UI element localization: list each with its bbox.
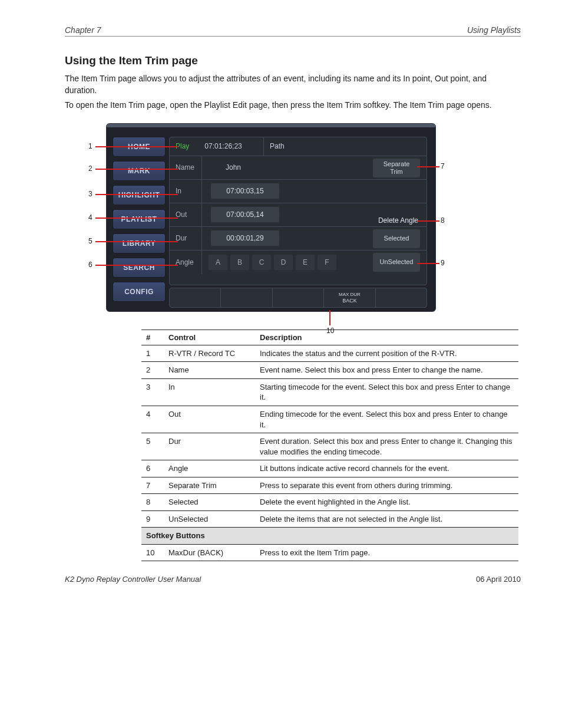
delete-angle-label: Delete Angle <box>378 216 418 225</box>
table-row: 7Separate TrimPress to separate this eve… <box>141 477 518 494</box>
cell-num: 5 <box>141 433 164 460</box>
callout-7: 7 <box>441 162 445 170</box>
cell-control: Name <box>164 362 255 379</box>
cell-num: 3 <box>141 378 164 406</box>
callout-10: 10 <box>326 327 334 335</box>
callout-9: 9 <box>441 259 445 267</box>
angle-a-button[interactable]: A <box>208 254 228 271</box>
in-row: In 07:00:03,15 <box>170 180 427 203</box>
cell-num: 9 <box>141 510 164 528</box>
cell-control: In <box>164 378 255 406</box>
table-row: 9UnSelectedDelete the items that are not… <box>141 510 518 528</box>
softkey-bar: MAX DUR BACK <box>169 288 427 308</box>
sidebar-highlight-button[interactable]: HIGHLIGHT <box>113 185 166 205</box>
name-label: Name <box>170 156 202 179</box>
softkey-back-text: BACK <box>342 298 357 304</box>
cell-num: 10 <box>141 544 164 561</box>
selected-button[interactable]: Selected <box>372 229 421 249</box>
cell-control: MaxDur (BACK) <box>164 544 255 561</box>
content-panel: Play 07:01:26;23 Path Name John Separate… <box>169 137 427 285</box>
cell-control: Dur <box>164 433 255 460</box>
table-row: 4OutEnding timecode for the event. Selec… <box>141 406 518 433</box>
cell-desc: Press to exit the Item Trim page. <box>255 544 518 561</box>
angle-f-button[interactable]: F <box>317 254 337 271</box>
cell-desc: Starting timecode for the event. Select … <box>255 378 518 406</box>
intro-paragraph-1: The Item Trim page allows you to adjust … <box>65 73 521 96</box>
section-title: Using the Item Trim page <box>65 54 521 67</box>
in-label: In <box>170 180 202 203</box>
cell-control: Out <box>164 406 255 433</box>
cell-control: Angle <box>164 460 255 477</box>
th-control: Control <box>164 330 255 345</box>
angle-row: Angle A B C D E F UnSelected <box>170 251 427 274</box>
table-row: 10MaxDur (BACK)Press to exit the Item Tr… <box>141 544 518 561</box>
cell-num: 2 <box>141 362 164 379</box>
intro-paragraph-2: To open the Item Trim page, open the Pla… <box>65 100 521 111</box>
th-num: # <box>141 330 164 345</box>
softkey-2[interactable] <box>221 288 272 307</box>
cell-desc: Ending timecode for the event. Select th… <box>255 406 518 433</box>
angle-c-button[interactable]: C <box>252 254 272 271</box>
separate-trim-button[interactable]: Separate Trim <box>372 158 421 178</box>
path-label: Path <box>270 142 285 150</box>
table-row: 8SelectedDelete the event highlighted in… <box>141 494 518 511</box>
callout-1: 1 <box>88 142 92 150</box>
sidebar-config-button[interactable]: CONFIG <box>113 282 166 302</box>
softkey-maxdur-text: MAX DUR <box>339 292 361 297</box>
cell-num: 4 <box>141 406 164 433</box>
footer-left: K2 Dyno Replay Controller User Manual <box>65 575 201 584</box>
cell-num: 1 <box>141 345 164 362</box>
cell-desc: Delete the items that are not selected i… <box>255 510 518 528</box>
dur-label: Dur <box>170 227 202 250</box>
cell-num: 8 <box>141 494 164 511</box>
name-value[interactable]: John <box>226 163 241 172</box>
unselected-button[interactable]: UnSelected <box>372 252 421 272</box>
softkey-3[interactable] <box>273 288 324 307</box>
header-chapter: Chapter 7 <box>65 25 101 35</box>
cell-control: Separate Trim <box>164 477 255 494</box>
table-row: 1R-VTR / Record TCIndicates the status a… <box>141 345 518 362</box>
callout-3: 3 <box>88 190 92 198</box>
angle-e-button[interactable]: E <box>295 254 315 271</box>
softkey-1[interactable] <box>170 288 221 307</box>
th-desc: Description <box>255 330 518 345</box>
sidebar-search-button[interactable]: SEARCH <box>113 258 166 278</box>
cell-control: R-VTR / Record TC <box>164 345 255 362</box>
dur-field[interactable]: 00:00:01,29 <box>210 230 280 246</box>
cell-desc: Event name. Select this box and press En… <box>255 362 518 379</box>
softkey-5[interactable] <box>376 288 427 307</box>
in-field[interactable]: 07:00:03,15 <box>210 183 280 199</box>
cell-desc: Press to separate this event from others… <box>255 477 518 494</box>
callout-4: 4 <box>88 213 92 222</box>
cell-desc: Lit buttons indicate active record chann… <box>255 460 518 477</box>
sidebar-library-button[interactable]: LIBRARY <box>113 233 166 253</box>
controls-table: # Control Description 1R-VTR / Record TC… <box>141 330 518 562</box>
cell-desc: Delete the event highlighted in the Angl… <box>255 494 518 511</box>
angle-b-button[interactable]: B <box>230 254 250 271</box>
sidebar-playlist-button[interactable]: PLAYLIST <box>113 209 166 229</box>
rvtr-timecode: 07:01:26;23 <box>204 142 242 150</box>
footer-right: 06 April 2010 <box>476 575 521 584</box>
path-cell: Path <box>264 137 427 156</box>
cell-desc: Indicates the status and the current pos… <box>255 345 518 362</box>
angle-label: Angle <box>170 251 202 274</box>
cell-num: 7 <box>141 477 164 494</box>
callout-6: 6 <box>88 261 92 269</box>
angle-d-button[interactable]: D <box>273 254 293 271</box>
softkey-maxdur-back[interactable]: MAX DUR BACK <box>324 288 375 307</box>
table-row: 5DurEvent duration. Select this box and … <box>141 433 518 460</box>
sidebar-mark-button[interactable]: MARK <box>113 161 166 181</box>
table-row: 6AngleLit buttons indicate active record… <box>141 460 518 477</box>
cell-control: Selected <box>164 494 255 511</box>
callout-2: 2 <box>88 164 92 173</box>
cell-num: 6 <box>141 460 164 477</box>
table-row: 2NameEvent name. Select this box and pre… <box>141 362 518 379</box>
table-row: 3InStarting timecode for the event. Sele… <box>141 378 518 406</box>
out-field[interactable]: 07:00:05,14 <box>210 206 280 223</box>
callout-8: 8 <box>441 216 445 225</box>
header-section: Using Playlists <box>467 25 521 35</box>
name-row: Name John Separate Trim <box>170 156 427 180</box>
softkey-subheader: Softkey Buttons <box>141 528 518 545</box>
sidebar: HOME MARK HIGHLIGHT PLAYLIST LIBRARY SEA… <box>113 137 166 302</box>
callout-5: 5 <box>88 237 92 245</box>
